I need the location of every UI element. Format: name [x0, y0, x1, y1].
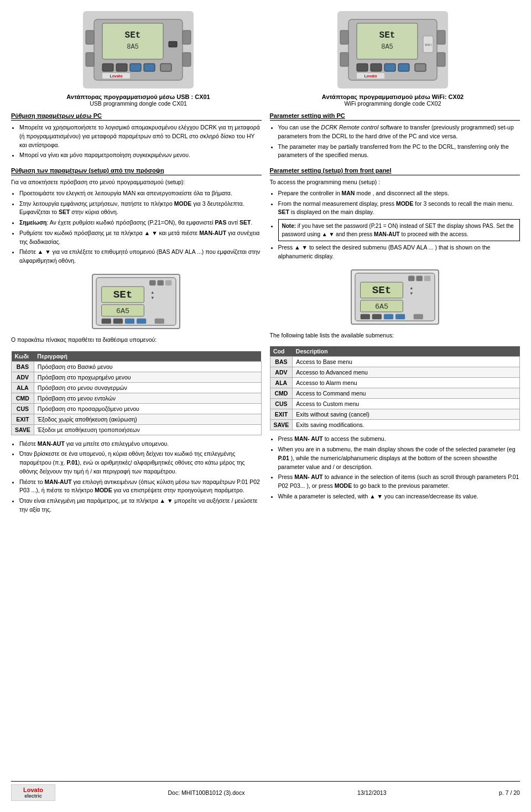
footer: Lovato electric Doc: MHIT100B1012 (3).do…	[11, 781, 520, 801]
list-item: From the normal measurement display, pre…	[278, 200, 520, 217]
table-row: ADV	[270, 367, 293, 378]
svg-rect-49	[408, 275, 415, 281]
list-item: Πιέστε ▲ ▼ για να επιλέξετε το επιθυμητό…	[19, 248, 262, 266]
left-setup-section-content: Για να αποκτήσετε πρόσβαση στο μενού προ…	[11, 178, 262, 267]
svg-rect-34	[149, 280, 156, 285]
page: SEt 8A5 Lovato	[0, 0, 531, 812]
svg-rect-6	[130, 64, 141, 71]
svg-rect-41	[102, 318, 111, 324]
svg-rect-23	[398, 64, 409, 71]
svg-text:SEt: SEt	[379, 30, 395, 40]
left-table-header-code: Κωδι	[12, 351, 34, 362]
svg-text:6A5: 6A5	[375, 303, 388, 311]
left-caption-title: Αντάπτορας προγραμματισμού μέσω USB : CX…	[24, 93, 253, 100]
svg-text:SEt: SEt	[113, 289, 133, 301]
svg-rect-13	[183, 30, 191, 44]
left-setup-intro: Για να αποκτήσετε πρόσβαση στο μενού προ…	[11, 178, 262, 187]
svg-rect-9	[169, 41, 177, 47]
right-display-container: SEt 6A5 ▲ ▼	[270, 269, 520, 325]
svg-rect-12	[86, 30, 94, 44]
left-display-box: SEt 6A5 ▲ ▼	[92, 274, 180, 329]
svg-text:▼: ▼	[409, 291, 414, 296]
list-item: Όταν βρίσκεστε σε ένα υπομενού, η κύρια …	[19, 450, 262, 476]
right-pc-bullet-list: You can use the DCRK Remote control soft…	[270, 123, 520, 160]
right-table-header-desc: Description	[293, 346, 520, 357]
svg-rect-21	[371, 64, 382, 71]
svg-rect-5	[116, 64, 127, 71]
table-row: Access to Command menu	[293, 388, 520, 399]
svg-rect-8	[160, 64, 171, 71]
table-row: ALA	[270, 378, 293, 388]
svg-rect-24	[415, 64, 426, 71]
right-pc-section-header: Parameter setting with PC	[270, 112, 520, 121]
list-item: Prepare the controller in MAN mode , and…	[278, 189, 520, 198]
svg-rect-56	[360, 314, 369, 319]
left-bottom-bullet-list: Πιέστε MAN-AUT για να μπείτε στο επιλεγμ…	[11, 440, 262, 514]
table-row: Έξοδοι με αποθήκευση τροποποιήσεων	[34, 424, 261, 435]
svg-text:8A5: 8A5	[381, 43, 393, 51]
svg-rect-51	[424, 275, 431, 281]
svg-text:SEt: SEt	[125, 30, 141, 40]
list-item: Μπορείτε να χρησιμοποιήσετε το λογισμικό…	[19, 123, 262, 149]
left-submenu-table: Κωδι Περιγραφή BASΠρόσβαση στο Βασικό με…	[11, 351, 262, 435]
left-caption-subtitle: USB programming dongle code CX01	[24, 100, 253, 107]
right-pc-section-content: You can use the DCRK Remote control soft…	[270, 123, 520, 162]
footer-logo-tagline: electric	[23, 793, 43, 799]
left-column: Ρύθμιση παραμέτρων μέσω PC Μπορείτε να χ…	[11, 112, 262, 775]
right-caption-subtitle: WiFi programming dongle code CX02	[278, 100, 507, 107]
svg-text:Lovato: Lovato	[110, 74, 123, 78]
left-display-container: SEt 6A5 ▲ ▼	[11, 274, 262, 329]
table-row: CUS	[270, 399, 293, 409]
svg-text:8A5: 8A5	[127, 43, 139, 51]
left-table-header-desc: Περιγραφή	[34, 351, 261, 362]
left-submenus-title: Ο παρακάτω πίνακας παραθέτει τα διαθέσιμ…	[11, 336, 262, 345]
right-column: Parameter setting with PC You can use th…	[270, 112, 520, 775]
footer-doc-name: Doc: MHIT100B1012 (3).docx	[168, 789, 245, 796]
left-pc-bullet-list: Μπορείτε να χρησιμοποιήσετε το λογισμικό…	[11, 123, 262, 160]
table-row: EXIT	[12, 414, 34, 424]
svg-rect-22	[384, 64, 395, 71]
table-row: BAS	[12, 361, 34, 372]
svg-rect-31	[340, 53, 348, 66]
left-submenus-title-text: Ο παρακάτω πίνακας παραθέτει τα διαθέσιμ…	[11, 336, 262, 347]
right-submenus-title: The following table lists the available …	[270, 331, 520, 340]
svg-rect-57	[372, 314, 381, 319]
svg-rect-58	[384, 314, 393, 319]
list-item: Μπορεί να γίνει και μόνο παραμετροποίηση…	[19, 151, 262, 160]
svg-rect-50	[416, 275, 423, 281]
list-item: Πιέστε το MAN-AUT για επιλογή αντικειμέν…	[19, 478, 262, 496]
left-caption: Αντάπτορας προγραμματισμού μέσω USB : CX…	[24, 93, 253, 107]
list-item: You can use the DCRK Remote control soft…	[278, 123, 520, 141]
svg-rect-1	[102, 23, 163, 59]
list-item: When you are in a submenu, the main disp…	[278, 445, 520, 471]
svg-rect-7	[144, 64, 155, 71]
list-item: Στην λειτουργία εμφάνισης μετρήσεων, πατ…	[19, 200, 262, 217]
svg-text:WiFi: WiFi	[425, 43, 431, 46]
svg-rect-36	[165, 280, 172, 285]
svg-rect-60	[413, 314, 423, 319]
svg-rect-44	[137, 318, 146, 324]
left-pc-section-header: Ρύθμιση παραμέτρων μέσω PC	[11, 112, 262, 121]
right-pc-section-title: Parameter setting with PC	[270, 112, 345, 119]
caption-row: Αντάπτορας προγραμματισμού μέσω USB : CX…	[11, 91, 520, 112]
footer-page: p. 7 / 20	[499, 789, 520, 796]
list-item: Press MAN- AUT to advance in the selecti…	[278, 473, 520, 491]
table-row: SAVE	[270, 420, 293, 430]
table-row: Πρόσβαση στο μενου συναγερμών	[34, 382, 261, 393]
list-item: Πιέστε MAN-AUT για να μπείτε στο επιλεγμ…	[19, 440, 262, 449]
table-row: Πρόσβαση στο Βασικό μενου	[34, 361, 261, 372]
list-item: Όταν είναι επιλεγμένη μια παράμετρος, με…	[19, 497, 262, 514]
note-box: Note: if you have set the password (P.21…	[278, 219, 520, 241]
footer-logo: Lovato electric	[11, 784, 55, 801]
table-row: EXIT	[270, 409, 293, 420]
svg-rect-45	[155, 318, 164, 324]
svg-rect-59	[395, 314, 405, 319]
footer-date: 13/12/2013	[357, 789, 387, 796]
right-submenu-table: Cod Description BASAccess to Base menuAD…	[270, 346, 520, 430]
right-display-box: SEt 6A5 ▲ ▼	[351, 269, 439, 325]
svg-text:6A5: 6A5	[116, 307, 129, 315]
svg-rect-32	[437, 53, 445, 66]
list-item: Προετοιμάστε τον ελεγκτή σε λειτουργία M…	[19, 189, 262, 198]
table-row: CMD	[12, 393, 34, 403]
svg-rect-30	[437, 30, 445, 44]
